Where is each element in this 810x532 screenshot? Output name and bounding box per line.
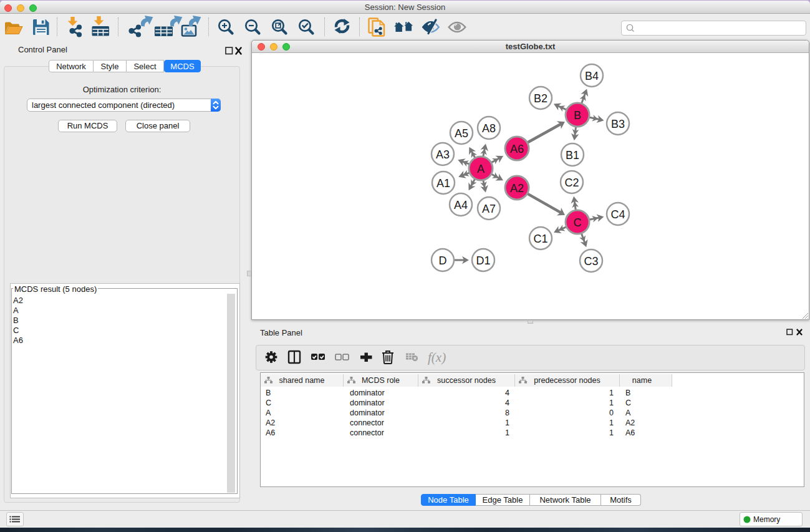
svg-text:C: C (574, 216, 582, 229)
svg-text:A8: A8 (482, 122, 496, 135)
svg-text:B2: B2 (534, 92, 547, 105)
svg-text:D: D (439, 254, 447, 267)
svg-text:A: A (477, 163, 485, 175)
svg-text:C1: C1 (533, 233, 547, 245)
svg-text:B4: B4 (585, 70, 599, 82)
svg-text:B1: B1 (566, 149, 579, 162)
svg-text:A3: A3 (436, 148, 450, 161)
svg-text:A4: A4 (454, 199, 468, 211)
svg-text:C3: C3 (584, 255, 598, 268)
svg-text:A1: A1 (436, 177, 450, 190)
svg-text:A6: A6 (510, 143, 524, 155)
svg-text:B: B (574, 109, 581, 122)
svg-text:C2: C2 (564, 177, 579, 189)
svg-text:C4: C4 (610, 208, 625, 221)
svg-text:A5: A5 (455, 127, 468, 140)
svg-text:f(x): f(x) (428, 350, 446, 365)
svg-text:D1: D1 (476, 254, 490, 267)
svg-text:A7: A7 (482, 203, 496, 215)
svg-text:B3: B3 (611, 118, 625, 130)
svg-text:A2: A2 (510, 182, 524, 195)
